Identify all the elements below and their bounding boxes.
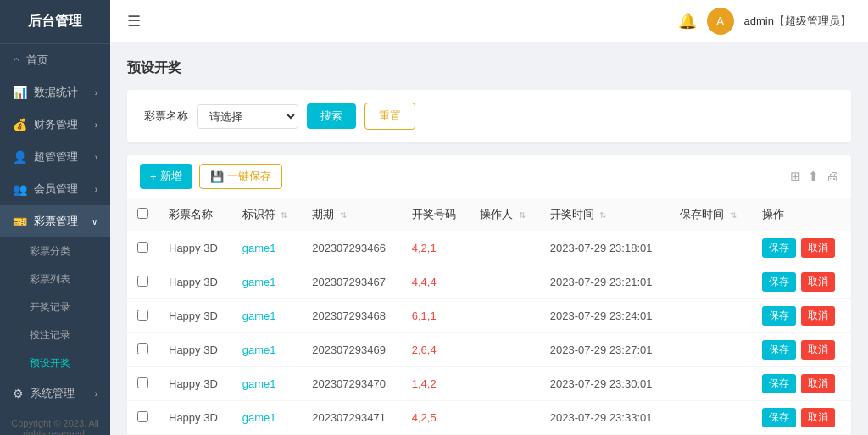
sidebar-sub-draw-records[interactable]: 开奖记录 [0, 293, 110, 321]
export-icon[interactable]: ⬆ [808, 169, 819, 184]
sidebar-sub-presale-draw[interactable]: 预设开奖 [0, 349, 110, 377]
sidebar-item-stats[interactable]: 📊 数据统计 › [0, 76, 110, 109]
table-row: Happy 3D game1 202307293466 4,2,1 2023-0… [127, 231, 851, 265]
cell-tag-4: game1 [232, 367, 302, 401]
print-icon[interactable]: 🖨 [826, 169, 838, 184]
header-checkbox-cell [127, 198, 159, 231]
menu-toggle-button[interactable]: ☰ [127, 12, 141, 31]
sidebar-item-member[interactable]: 👥 会员管理 › [0, 173, 110, 205]
save-all-button-label: 一键保存 [227, 169, 271, 184]
cell-draw-time-0: 2023-07-29 23:18:01 [540, 231, 670, 265]
row-checkbox-3[interactable] [137, 343, 148, 354]
reset-button[interactable]: 重置 [364, 103, 415, 130]
table-card: + 新增 💾 一键保存 ⊞ ⬆ 🖨 [127, 155, 851, 435]
row-checkbox-0[interactable] [137, 242, 148, 253]
cell-tag-5: game1 [232, 401, 302, 435]
cell-result-2: 6,1,1 [402, 299, 470, 333]
plus-icon: + [150, 170, 157, 183]
chevron-right-icon: › [95, 88, 97, 98]
cell-result-5: 4,2,5 [402, 401, 470, 435]
sort-icon-operator: ⇅ [519, 210, 526, 220]
row-checkbox-cell [127, 401, 159, 435]
column-settings-icon[interactable]: ⊞ [790, 169, 801, 184]
sidebar: 后台管理 ⌂ 首页 📊 数据统计 › 💰 财务管理 › 👤 超管管理 › 👥 会… [0, 0, 110, 435]
cell-result-4: 1,4,2 [402, 367, 470, 401]
sort-icon-draw-time: ⇅ [599, 210, 606, 220]
chevron-right-icon4: › [95, 185, 97, 194]
cell-operator-0 [470, 231, 539, 265]
cancel-row-button-1[interactable]: 取消 [801, 272, 835, 292]
sidebar-item-admin[interactable]: 👤 超管管理 › [0, 141, 110, 173]
sidebar-item-member-label: 会员管理 [34, 181, 78, 197]
sidebar-sub-bet-records[interactable]: 投注记录 [0, 321, 110, 349]
cancel-row-button-4[interactable]: 取消 [801, 374, 835, 393]
table-row: Happy 3D game1 202307293471 4,2,5 2023-0… [127, 401, 851, 435]
save-row-button-1[interactable]: 保存 [762, 272, 796, 292]
row-checkbox-cell [127, 231, 159, 265]
cancel-row-button-2[interactable]: 取消 [801, 306, 835, 326]
stats-icon: 📊 [13, 86, 27, 99]
sidebar-item-system[interactable]: ⚙ 系统管理 › [0, 377, 110, 410]
cell-period-4: 202307293470 [302, 367, 402, 401]
cell-name-2: Happy 3D [159, 299, 232, 333]
cell-name-3: Happy 3D [159, 333, 232, 367]
row-checkbox-1[interactable] [137, 276, 148, 287]
chevron-down-icon: ∨ [92, 217, 97, 226]
col-header-tag: 标识符 ⇅ [232, 198, 302, 231]
cell-action-1: 保存 取消 [752, 265, 851, 299]
row-checkbox-4[interactable] [137, 377, 148, 388]
sidebar-item-lottery[interactable]: 🎫 彩票管理 ∨ [0, 205, 110, 237]
sidebar-sub-lottery-list[interactable]: 彩票列表 [0, 265, 110, 293]
home-icon: ⌂ [13, 53, 19, 67]
cell-tag-0: game1 [232, 231, 302, 265]
cell-period-3: 202307293469 [302, 333, 402, 367]
cancel-row-button-3[interactable]: 取消 [801, 340, 835, 360]
save-row-button-2[interactable]: 保存 [762, 306, 796, 326]
lottery-name-select[interactable]: 请选择 [197, 104, 298, 129]
sidebar-item-stats-label: 数据统计 [34, 85, 78, 100]
row-checkbox-cell [127, 299, 159, 333]
cancel-row-button-5[interactable]: 取消 [801, 408, 835, 427]
toolbar-left: + 新增 💾 一键保存 [140, 164, 282, 189]
cell-save-time-4 [670, 367, 751, 401]
sidebar-sub-lottery-category[interactable]: 彩票分类 [0, 237, 110, 265]
cell-save-time-3 [670, 333, 751, 367]
cell-operator-5 [470, 401, 539, 435]
admin-icon: 👤 [13, 150, 27, 164]
cell-draw-time-5: 2023-07-29 23:33:01 [540, 401, 670, 435]
cell-save-time-0 [670, 231, 751, 265]
select-all-checkbox[interactable] [137, 208, 148, 219]
row-checkbox-cell [127, 265, 159, 299]
cancel-row-button-0[interactable]: 取消 [801, 238, 835, 258]
save-row-button-4[interactable]: 保存 [762, 374, 796, 393]
sidebar-item-admin-label: 超管管理 [34, 149, 78, 165]
cell-action-2: 保存 取消 [752, 299, 851, 333]
save-row-button-3[interactable]: 保存 [762, 340, 796, 360]
cell-period-0: 202307293466 [302, 231, 402, 265]
chevron-right-icon3: › [95, 153, 97, 162]
sidebar-item-finance[interactable]: 💰 财务管理 › [0, 109, 110, 141]
cell-draw-time-1: 2023-07-29 23:21:01 [540, 265, 670, 299]
main-area: ☰ 🔔 A admin【超级管理员】 预设开奖 彩票名称 请选择 搜索 重置 + [110, 0, 868, 435]
notification-icon[interactable]: 🔔 [678, 12, 697, 31]
sidebar-item-system-label: 系统管理 [31, 386, 75, 401]
cell-save-time-5 [670, 401, 751, 435]
cell-action-0: 保存 取消 [752, 231, 851, 265]
save-all-button[interactable]: 💾 一键保存 [199, 164, 282, 189]
cell-result-3: 2,6,4 [402, 333, 470, 367]
sidebar-item-home[interactable]: ⌂ 首页 [0, 44, 110, 76]
cell-save-time-1 [670, 265, 751, 299]
add-button[interactable]: + 新增 [140, 164, 192, 189]
toolbar-right: ⊞ ⬆ 🖨 [790, 169, 838, 184]
row-checkbox-2[interactable] [137, 310, 148, 321]
save-row-button-0[interactable]: 保存 [762, 238, 796, 258]
cell-action-4: 保存 取消 [752, 367, 851, 401]
cell-name-0: Happy 3D [159, 231, 232, 265]
col-header-result: 开奖号码 [402, 198, 470, 231]
save-row-button-5[interactable]: 保存 [762, 408, 796, 427]
cell-operator-3 [470, 333, 539, 367]
cell-result-1: 4,4,4 [402, 265, 470, 299]
row-checkbox-5[interactable] [137, 411, 148, 422]
search-button[interactable]: 搜索 [307, 103, 356, 129]
cell-action-5: 保存 取消 [752, 401, 851, 435]
